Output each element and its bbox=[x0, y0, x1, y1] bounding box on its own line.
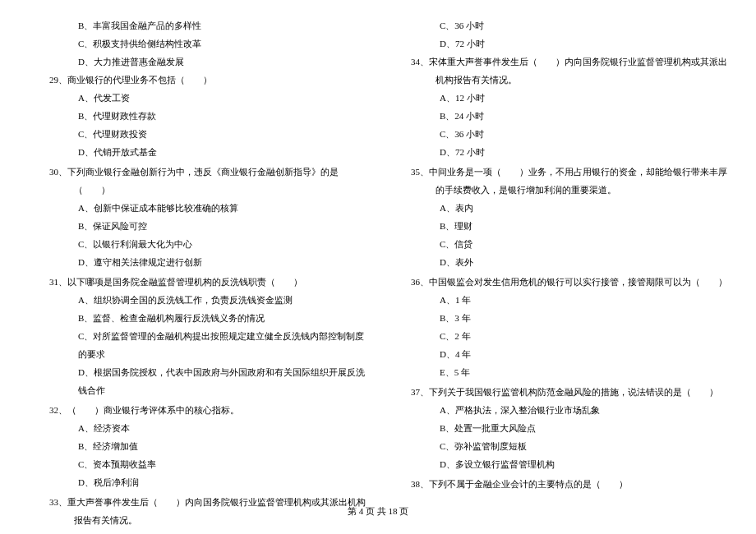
question-text: 36、中国银监会对发生信用危机的银行可以实行接管，接管期限可以为（ ） bbox=[411, 273, 731, 291]
question-31: 31、以下哪项是国务院金融监督管理机构的反洗钱职责（ ） A、组织协调全国的反洗… bbox=[25, 273, 370, 399]
option-text: D、代销开放式基金 bbox=[25, 143, 370, 161]
option-text: D、根据国务院授权，代表中国政府与外国政府和有关国际组织开展反洗钱合作 bbox=[25, 363, 370, 399]
question-37: 37、下列关于我国银行监管机构防范金融风险的措施，说法错误的是（ ） A、严格执… bbox=[386, 383, 731, 473]
option-text: A、严格执法，深入整治银行业市场乱象 bbox=[386, 401, 731, 419]
option-text: B、理财 bbox=[386, 217, 731, 235]
option-text: C、对所监督管理的金融机构提出按照规定建立健全反洗钱内部控制制度的要求 bbox=[25, 327, 370, 363]
option-text: C、弥补监管制度短板 bbox=[386, 437, 731, 455]
option-text: C、36 小时 bbox=[386, 125, 731, 143]
option-text: B、丰富我国金融产品的多样性 bbox=[25, 16, 370, 35]
option-text: A、代发工资 bbox=[25, 89, 370, 107]
option-text: A、表内 bbox=[386, 199, 731, 217]
option-text: D、4 年 bbox=[386, 345, 731, 363]
question-text: 31、以下哪项是国务院金融监督管理机构的反洗钱职责（ ） bbox=[49, 273, 370, 291]
question-text: 38、下列不属于金融企业会计的主要特点的是（ ） bbox=[411, 475, 731, 493]
question-text: 37、下列关于我国银行监管机构防范金融风险的措施，说法错误的是（ ） bbox=[411, 383, 731, 401]
question-34: 34、宋体重大声誉事件发生后（ ）内向国务院银行业监督管理机构或其派出机构报告有… bbox=[386, 53, 731, 161]
option-text: B、处置一批重大风险点 bbox=[386, 419, 731, 437]
question-29: 29、商业银行的代理业务不包括（ ） A、代发工资 B、代理财政性存款 C、代理… bbox=[25, 71, 370, 161]
page-footer: 第 4 页 共 18 页 bbox=[0, 505, 756, 518]
option-text: D、税后净利润 bbox=[25, 473, 370, 491]
question-text: 35、中间业务是一项（ ）业务，不用占用银行的资金，却能给银行带来丰厚的手续费收… bbox=[411, 163, 731, 199]
option-text: B、经济增加值 bbox=[25, 437, 370, 455]
option-text: C、2 年 bbox=[386, 327, 731, 345]
question-text: 34、宋体重大声誉事件发生后（ ）内向国务院银行业监督管理机构或其派出机构报告有… bbox=[411, 53, 731, 89]
question-text: 32、（ ）商业银行考评体系中的核心指标。 bbox=[49, 401, 370, 419]
option-text: B、代理财政性存款 bbox=[25, 107, 370, 125]
right-column: C、36 小时 D、72 小时 34、宋体重大声誉事件发生后（ ）内向国务院银行… bbox=[386, 16, 731, 534]
question-36: 36、中国银监会对发生信用危机的银行可以实行接管，接管期限可以为（ ） A、1 … bbox=[386, 273, 731, 381]
option-text: D、大力推进普惠金融发展 bbox=[25, 53, 370, 71]
option-text: D、遵守相关法律规定进行创新 bbox=[25, 253, 370, 271]
question-text: 29、商业银行的代理业务不包括（ ） bbox=[49, 71, 370, 89]
option-text: A、创新中保证成本能够比较准确的核算 bbox=[25, 199, 370, 217]
option-text: B、监督、检查金融机构履行反洗钱义务的情况 bbox=[25, 309, 370, 327]
option-text: D、表外 bbox=[386, 253, 731, 271]
option-text: A、经济资本 bbox=[25, 419, 370, 437]
question-35: 35、中间业务是一项（ ）业务，不用占用银行的资金，却能给银行带来丰厚的手续费收… bbox=[386, 163, 731, 271]
option-text: A、12 小时 bbox=[386, 89, 731, 107]
option-text: C、信贷 bbox=[386, 235, 731, 253]
option-text: C、以银行利润最大化为中心 bbox=[25, 235, 370, 253]
question-text: 30、下列商业银行金融创新行为中，违反《商业银行金融创新指导》的是（ ） bbox=[49, 163, 370, 199]
question-32: 32、（ ）商业银行考评体系中的核心指标。 A、经济资本 B、经济增加值 C、资… bbox=[25, 401, 370, 491]
left-column: B、丰富我国金融产品的多样性 C、积极支持供给侧结构性改革 D、大力推进普惠金融… bbox=[25, 16, 370, 534]
option-text: B、3 年 bbox=[386, 309, 731, 327]
option-text: C、代理财政投资 bbox=[25, 125, 370, 143]
option-text: D、72 小时 bbox=[386, 143, 731, 161]
option-text: C、资本预期收益率 bbox=[25, 455, 370, 473]
question-30: 30、下列商业银行金融创新行为中，违反《商业银行金融创新指导》的是（ ） A、创… bbox=[25, 163, 370, 271]
option-text: A、1 年 bbox=[386, 291, 731, 309]
option-text: C、36 小时 bbox=[386, 16, 731, 35]
option-text: D、多设立银行监督管理机构 bbox=[386, 455, 731, 473]
option-text: B、24 小时 bbox=[386, 107, 731, 125]
option-text: E、5 年 bbox=[386, 363, 731, 381]
option-text: A、12 小时 bbox=[25, 529, 370, 534]
option-text: D、72 小时 bbox=[386, 35, 731, 53]
option-text: B、保证风险可控 bbox=[25, 217, 370, 235]
question-38: 38、下列不属于金融企业会计的主要特点的是（ ） bbox=[386, 475, 731, 493]
option-text: C、积极支持供给侧结构性改革 bbox=[25, 35, 370, 53]
option-text: A、组织协调全国的反洗钱工作，负责反洗钱资金监测 bbox=[25, 291, 370, 309]
